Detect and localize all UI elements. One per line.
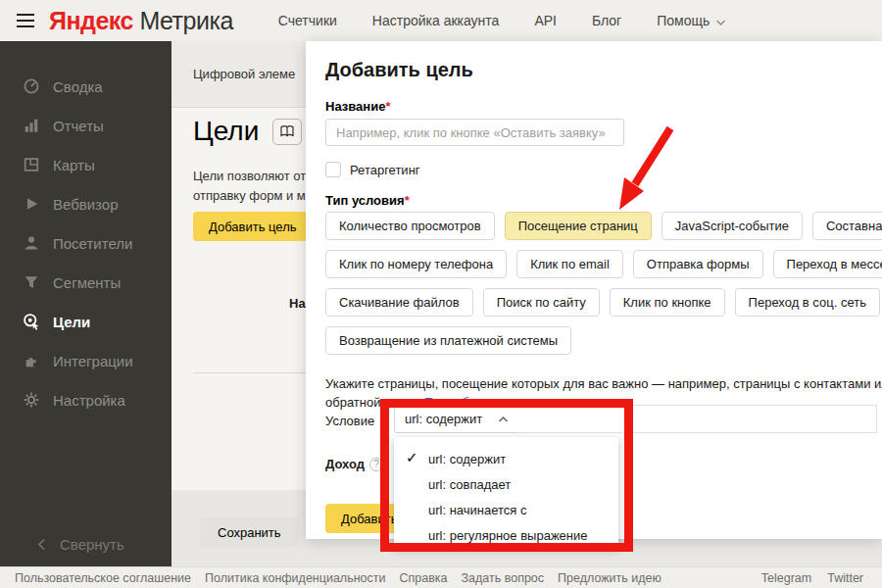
required-asterisk: *: [405, 193, 410, 208]
docs-book-icon[interactable]: [272, 119, 302, 145]
nav-item-2[interactable]: Настройка аккаунта: [372, 12, 500, 29]
condition-type-chip[interactable]: Скачивание файлов: [325, 288, 473, 317]
footer-link[interactable]: Пользовательское соглашение: [15, 571, 191, 585]
sidebar-item-reports[interactable]: Отчеты: [0, 106, 172, 145]
nav-item-label: Блог: [592, 13, 621, 28]
url-value-input[interactable]: [518, 405, 877, 433]
sidebar-item-dashboard[interactable]: Сводка: [0, 67, 172, 106]
condition-type-chip[interactable]: Составная цель: [812, 212, 882, 240]
revenue-row: Доход ?: [325, 457, 383, 471]
page-intro: Цели позволяют от отправку форм и м: [193, 167, 306, 206]
footer-link[interactable]: Справка: [399, 571, 447, 585]
nav-item-label: Помощь: [657, 13, 710, 28]
collapse-label: Свернуть: [60, 536, 124, 553]
nav-item-1[interactable]: Счетчики: [278, 12, 337, 29]
footer-social-link[interactable]: Telegram: [761, 571, 811, 585]
name-label: Название*: [325, 99, 390, 114]
dropdown-option-label: url: содержит: [428, 452, 506, 466]
condition-type-chip[interactable]: Отправка формы: [633, 250, 763, 278]
goals-table-header: На: [289, 296, 306, 311]
sidebar: СводкаОтчетыКартыВебвизорПосетителиСегме…: [0, 41, 172, 566]
chevron-left-icon: [37, 538, 46, 551]
sidebar-item-visitors[interactable]: Посетители: [0, 223, 172, 263]
dropdown-option-label: url: совпадает: [428, 477, 511, 492]
logo-metrika: Метрика: [139, 7, 232, 34]
save-button[interactable]: Сохранить: [200, 517, 299, 547]
nav-item-label: API: [534, 13, 557, 28]
breadcrumb[interactable]: Цифровой элеме: [193, 67, 295, 81]
sidebar-item-label: Интеграции: [53, 353, 133, 369]
sidebar-item-label: Вебвизор: [53, 196, 119, 213]
condition-label: Условие: [325, 414, 374, 428]
condition-type-chip[interactable]: Количество просмотров: [325, 212, 495, 240]
sidebar-item-segments[interactable]: Сегменты: [0, 263, 172, 302]
sidebar-item-maps[interactable]: Карты: [0, 145, 172, 184]
segments-icon: [22, 272, 41, 292]
page-title: Цели: [193, 116, 259, 147]
top-header: Яндекс Метрика СчетчикиНастройка аккаунт…: [0, 0, 882, 41]
footer-social-link[interactable]: Twitter: [827, 571, 863, 585]
sidebar-collapse-button[interactable]: Свернуть: [0, 536, 172, 553]
integrations-icon: [22, 351, 41, 370]
divider: [193, 372, 306, 373]
condition-type-chip[interactable]: Переход в мессенджер: [773, 250, 882, 278]
visitors-icon: [22, 233, 41, 253]
condition-type-chip[interactable]: Клик по номеру телефона: [325, 250, 507, 278]
sidebar-item-label: Сводка: [53, 78, 103, 95]
retargeting-label: Ретаргетинг: [350, 163, 420, 177]
retargeting-checkbox[interactable]: [325, 162, 341, 177]
modal-title: Добавить цель: [325, 59, 473, 81]
sidebar-item-label: Посетители: [53, 235, 132, 252]
yandex-metrika-logo[interactable]: Яндекс Метрика: [49, 7, 233, 35]
dropdown-option[interactable]: ✓url: содержит: [394, 446, 618, 471]
sidebar-item-integrations[interactable]: Интеграции: [0, 341, 172, 380]
help-icon[interactable]: ?: [369, 458, 383, 471]
condition-type-label: Тип условия*: [325, 193, 410, 208]
nav-item-5[interactable]: Помощь: [657, 12, 726, 29]
sidebar-item-label: Сегменты: [53, 274, 121, 291]
nav-item-label: Счетчики: [278, 13, 337, 28]
nav-item-3[interactable]: API: [534, 12, 557, 29]
settings-icon: [22, 390, 41, 410]
footer-link[interactable]: Политика конфиденциальности: [205, 571, 385, 585]
dropdown-option[interactable]: url: начинается с: [394, 497, 618, 522]
condition-type-chip[interactable]: Клик по email: [516, 250, 623, 278]
footer: Пользовательское соглашениеПолитика конф…: [0, 566, 882, 588]
dashboard-icon: [22, 76, 41, 96]
reports-icon: [22, 116, 41, 135]
condition-type-chip[interactable]: Возвращение из платежной системы: [325, 326, 571, 355]
url-condition-select[interactable]: url: содержит: [394, 405, 519, 433]
goal-name-input[interactable]: [325, 119, 624, 146]
dropdown-option[interactable]: url: регулярное выражение: [394, 522, 618, 548]
sidebar-item-label: Настройка: [53, 392, 125, 409]
retargeting-checkbox-row[interactable]: Ретаргетинг: [325, 162, 420, 177]
logo-yandex: Яндекс: [49, 7, 133, 34]
sidebar-item-goals[interactable]: Цели: [0, 302, 172, 341]
dropdown-option-label: url: регулярное выражение: [428, 528, 588, 543]
dropdown-option[interactable]: url: совпадает: [394, 471, 618, 497]
url-condition-dropdown-menu: ✓url: содержитurl: совпадаетurl: начинае…: [394, 437, 618, 547]
condition-type-chip[interactable]: Клик по кнопке: [610, 288, 725, 317]
condition-type-chip[interactable]: JavaScript-событие: [662, 212, 803, 240]
url-condition-value: url: содержит: [405, 412, 482, 426]
condition-type-chips: Количество просмотровПосещение страницJa…: [325, 212, 882, 365]
condition-type-chip[interactable]: Посещение страниц: [505, 212, 652, 240]
sidebar-item-webvisor[interactable]: Вебвизор: [0, 184, 172, 223]
footer-link[interactable]: Задать вопрос: [462, 571, 545, 585]
sidebar-item-settings[interactable]: Настройка: [0, 380, 172, 419]
maps-icon: [22, 155, 41, 174]
revenue-label: Доход: [325, 457, 365, 471]
add-goal-button[interactable]: Добавить цель: [193, 212, 313, 241]
chevron-down-icon: [715, 14, 726, 29]
sidebar-item-label: Отчеты: [53, 118, 104, 134]
sidebar-item-label: Карты: [53, 157, 95, 173]
footer-link[interactable]: Предложить идею: [558, 571, 662, 585]
sidebar-item-label: Цели: [53, 314, 90, 330]
chevron-up-icon: [498, 416, 509, 423]
condition-type-chip[interactable]: Переход в соц. сеть: [735, 288, 880, 317]
goals-icon: [22, 312, 41, 331]
hamburger-menu-icon[interactable]: [16, 13, 35, 28]
nav-item-4[interactable]: Блог: [592, 12, 621, 29]
condition-type-chip[interactable]: Поиск по сайту: [483, 288, 600, 317]
top-navigation: СчетчикиНастройка аккаунтаAPIБлогПомощь: [278, 12, 727, 29]
